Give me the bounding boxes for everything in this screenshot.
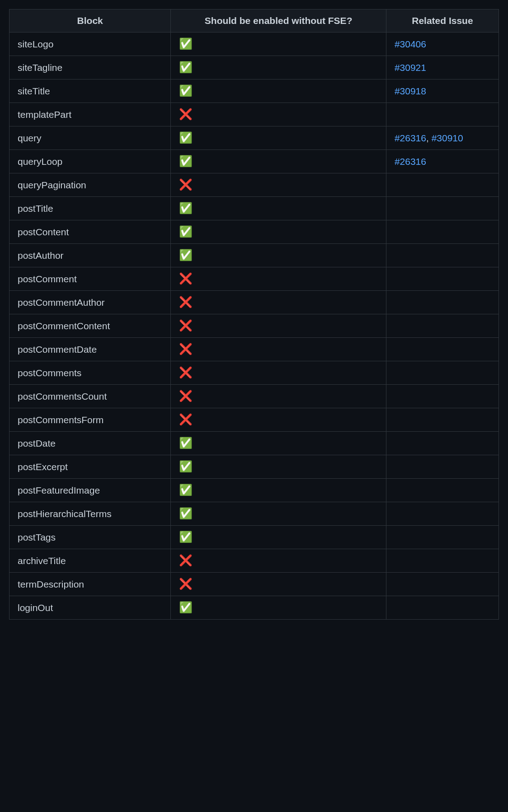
block-name: postTags	[9, 526, 171, 549]
related-issue-cell: #26316, #30910	[386, 126, 499, 150]
enabled-cell: ✅	[171, 220, 386, 244]
enabled-cell: ✅	[171, 432, 386, 455]
enabled-cell: ✅	[171, 79, 386, 103]
check-icon: ✅	[179, 601, 193, 613]
block-name: query	[9, 126, 171, 150]
table-row: templatePart❌	[9, 103, 499, 126]
enabled-cell: ✅	[171, 150, 386, 173]
table-row: postContent✅	[9, 220, 499, 244]
check-icon: ✅	[179, 531, 193, 543]
header-enabled: Should be enabled without FSE?	[171, 9, 386, 33]
block-name: postContent	[9, 220, 171, 244]
header-issue: Related Issue	[386, 9, 499, 33]
header-block: Block	[9, 9, 171, 33]
table-row: postCommentContent❌	[9, 314, 499, 338]
enabled-cell: ❌	[171, 267, 386, 291]
block-name: postComments	[9, 361, 171, 385]
enabled-cell: ✅	[171, 455, 386, 479]
related-issue-cell	[386, 197, 499, 220]
related-issue-cell: #30918	[386, 79, 499, 103]
related-issue-cell	[386, 361, 499, 385]
block-name: postTitle	[9, 197, 171, 220]
enabled-cell: ❌	[171, 408, 386, 432]
enabled-cell: ✅	[171, 502, 386, 526]
related-issue-cell	[386, 479, 499, 502]
related-issue-cell	[386, 408, 499, 432]
block-name: siteTitle	[9, 79, 171, 103]
related-issue-cell	[386, 291, 499, 314]
table-row: termDescription❌	[9, 573, 499, 596]
cross-icon: ❌	[179, 366, 193, 378]
enabled-cell: ❌	[171, 385, 386, 408]
enabled-cell: ✅	[171, 197, 386, 220]
table-row: postCommentDate❌	[9, 338, 499, 361]
block-name: siteLogo	[9, 33, 171, 56]
enabled-cell: ❌	[171, 173, 386, 197]
related-issue-cell	[386, 549, 499, 573]
issue-link[interactable]: #30918	[395, 86, 426, 96]
related-issue-cell: #30406	[386, 33, 499, 56]
issue-link[interactable]: #30921	[395, 62, 426, 73]
enabled-cell: ❌	[171, 338, 386, 361]
table-row: loginOut✅	[9, 596, 499, 620]
table-row: queryPagination❌	[9, 173, 499, 197]
check-icon: ✅	[179, 225, 193, 238]
cross-icon: ❌	[179, 578, 193, 590]
related-issue-cell	[386, 455, 499, 479]
cross-icon: ❌	[179, 178, 193, 191]
enabled-cell: ❌	[171, 291, 386, 314]
check-icon: ✅	[179, 61, 193, 73]
enabled-cell: ❌	[171, 314, 386, 338]
check-icon: ✅	[179, 437, 193, 449]
issue-link[interactable]: #26316	[395, 156, 426, 167]
block-name: postCommentsCount	[9, 385, 171, 408]
cross-icon: ❌	[179, 343, 193, 355]
check-icon: ✅	[179, 155, 193, 167]
related-issue-cell	[386, 103, 499, 126]
block-name: loginOut	[9, 596, 171, 620]
check-icon: ✅	[179, 249, 193, 261]
table-row: postComment❌	[9, 267, 499, 291]
related-issue-cell	[386, 173, 499, 197]
table-row: postTitle✅	[9, 197, 499, 220]
related-issue-cell	[386, 244, 499, 267]
table-row: postCommentAuthor❌	[9, 291, 499, 314]
block-name: queryPagination	[9, 173, 171, 197]
block-name: queryLoop	[9, 150, 171, 173]
cross-icon: ❌	[179, 413, 193, 425]
block-name: templatePart	[9, 103, 171, 126]
issue-link[interactable]: #26316	[395, 133, 426, 143]
block-name: postCommentDate	[9, 338, 171, 361]
table-row: queryLoop✅#26316	[9, 150, 499, 173]
enabled-cell: ✅	[171, 244, 386, 267]
table-row: postFeaturedImage✅	[9, 479, 499, 502]
table-row: archiveTitle❌	[9, 549, 499, 573]
block-name: archiveTitle	[9, 549, 171, 573]
table-row: postHierarchicalTerms✅	[9, 502, 499, 526]
enabled-cell: ❌	[171, 103, 386, 126]
block-name: postHierarchicalTerms	[9, 502, 171, 526]
block-name: postComment	[9, 267, 171, 291]
cross-icon: ❌	[179, 390, 193, 402]
related-issue-cell	[386, 338, 499, 361]
table-header-row: Block Should be enabled without FSE? Rel…	[9, 9, 499, 33]
check-icon: ✅	[179, 131, 193, 144]
table-row: siteTagline✅#30921	[9, 56, 499, 79]
cross-icon: ❌	[179, 554, 193, 566]
issue-link[interactable]: #30910	[432, 133, 463, 143]
table-row: postCommentsForm❌	[9, 408, 499, 432]
table-row: postExcerpt✅	[9, 455, 499, 479]
check-icon: ✅	[179, 84, 193, 97]
fse-blocks-table: Block Should be enabled without FSE? Rel…	[9, 9, 499, 620]
issue-link[interactable]: #30406	[395, 39, 426, 49]
related-issue-cell	[386, 573, 499, 596]
table-row: postComments❌	[9, 361, 499, 385]
enabled-cell: ✅	[171, 33, 386, 56]
check-icon: ✅	[179, 202, 193, 214]
check-icon: ✅	[179, 37, 193, 50]
related-issue-cell	[386, 220, 499, 244]
block-name: postDate	[9, 432, 171, 455]
related-issue-cell: #26316	[386, 150, 499, 173]
enabled-cell: ❌	[171, 361, 386, 385]
block-name: postAuthor	[9, 244, 171, 267]
